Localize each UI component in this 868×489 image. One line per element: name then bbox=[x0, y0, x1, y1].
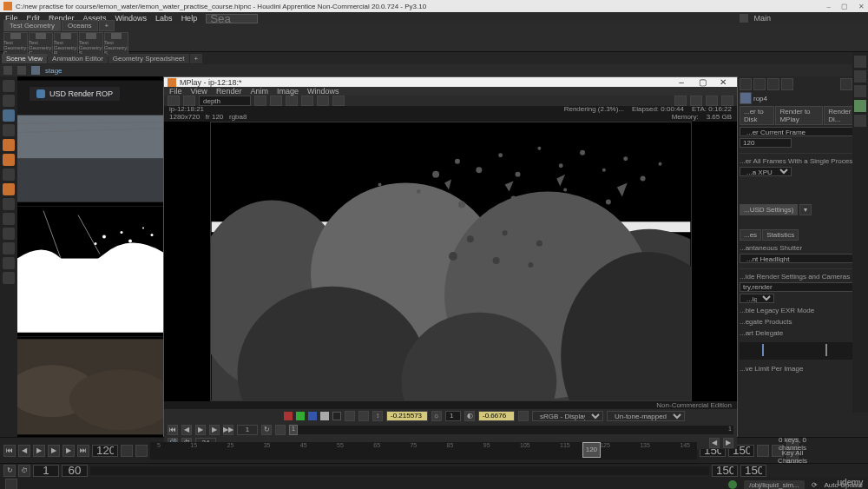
swatch-r-icon[interactable] bbox=[284, 412, 293, 420]
rtool-2-icon[interactable] bbox=[854, 70, 866, 83]
tl-prev-icon[interactable]: ◀ bbox=[18, 445, 30, 457]
path-text[interactable]: stage bbox=[45, 67, 62, 75]
bright-icon[interactable]: ☼ bbox=[431, 411, 442, 421]
shelf-tool-4[interactable]: Test Geometry: S... bbox=[104, 32, 128, 56]
rtool-5-icon[interactable] bbox=[854, 115, 866, 127]
contrast-icon[interactable]: ◐ bbox=[464, 411, 475, 421]
desktop-label[interactable]: Main bbox=[753, 14, 771, 23]
tl-key-icon[interactable] bbox=[121, 445, 133, 457]
parm-tool1-icon[interactable] bbox=[740, 78, 752, 90]
mplay-first-icon[interactable]: ⏮ bbox=[168, 425, 178, 435]
tool-scale-icon[interactable] bbox=[3, 124, 15, 136]
render-disk-button[interactable]: ...er to Disk bbox=[740, 106, 774, 125]
tl-realtime-icon[interactable]: ⏱ bbox=[18, 465, 30, 477]
tl-first-icon[interactable]: ⏮ bbox=[3, 445, 16, 457]
mplay-menu-image[interactable]: Image bbox=[277, 87, 299, 96]
tone-select[interactable]: Un-tone-mapped bbox=[607, 411, 685, 421]
tool-misc3-icon[interactable] bbox=[3, 257, 15, 269]
tl-track[interactable]: 5152535455565758595105115125135145 120 bbox=[150, 442, 697, 459]
tool-snap-icon[interactable] bbox=[3, 169, 15, 181]
mplay-maximize-button[interactable]: ▢ bbox=[692, 77, 713, 87]
swatch-b-icon[interactable] bbox=[308, 412, 317, 420]
reset-icon[interactable] bbox=[518, 411, 529, 421]
shelf-tool-0[interactable]: Test Geometry: C... bbox=[3, 32, 28, 56]
tl-keys-label[interactable]: 0 keys, 0 channels bbox=[786, 438, 799, 450]
colorspace-select[interactable]: sRGB - Display bbox=[532, 411, 603, 421]
quality-select[interactable]: ...igh bbox=[740, 294, 774, 303]
node-name[interactable]: rop4 bbox=[753, 95, 767, 102]
tool-move-icon[interactable] bbox=[3, 95, 15, 107]
parm-tool3-icon[interactable] bbox=[767, 78, 779, 90]
tool-misc2-icon[interactable] bbox=[3, 242, 15, 254]
tl-next-icon[interactable]: ▶ bbox=[62, 445, 75, 457]
node-label[interactable]: USD Render ROP bbox=[30, 87, 120, 101]
mplay-minimize-button[interactable]: – bbox=[671, 77, 692, 87]
mplay-prev-frame-icon[interactable]: ◀ bbox=[181, 425, 192, 435]
tool-render-icon[interactable] bbox=[3, 183, 15, 195]
shelf-search[interactable] bbox=[206, 14, 258, 23]
gamma-mid[interactable] bbox=[445, 411, 461, 421]
mplay-loop-icon[interactable]: ↻ bbox=[261, 425, 272, 435]
tool-rotate-icon[interactable] bbox=[3, 109, 15, 122]
tab-animation-editor[interactable]: Animation Editor bbox=[48, 54, 108, 63]
menu-help[interactable]: Help bbox=[181, 14, 198, 23]
shelf-tool-3[interactable]: Test Geometry: S... bbox=[79, 32, 103, 56]
render-mplay-button[interactable]: Render to MPlay bbox=[775, 106, 823, 125]
tl-last-icon[interactable]: ⏭ bbox=[77, 445, 89, 457]
mplay-titlebar[interactable]: MPlay - ip-12:18:* – ▢ ✕ bbox=[164, 77, 737, 87]
mplay-menu-render[interactable]: Render bbox=[216, 87, 242, 96]
frame-number-field[interactable] bbox=[740, 138, 792, 148]
back-icon[interactable] bbox=[17, 66, 26, 75]
tl-start-field[interactable] bbox=[33, 465, 59, 477]
settings-path-field[interactable] bbox=[740, 282, 866, 292]
parm-gear-icon[interactable] bbox=[840, 78, 852, 90]
tab-geo-spreadsheet[interactable]: Geometry Spreadsheet bbox=[108, 54, 189, 63]
swatch-g-icon[interactable] bbox=[296, 412, 305, 420]
tl-show-field[interactable] bbox=[62, 465, 88, 477]
subtab-es[interactable]: ...es bbox=[740, 229, 761, 241]
mplay-play-back-icon[interactable]: ▶ bbox=[195, 425, 206, 435]
cook-path[interactable]: /obj/liquid_sim... bbox=[744, 480, 804, 490]
update-icon[interactable]: ⟳ bbox=[812, 481, 818, 489]
tl-opt1-icon[interactable] bbox=[757, 445, 769, 457]
desktop-icon[interactable] bbox=[740, 14, 748, 23]
headlight-select[interactable]: ...nt Headlight bbox=[740, 254, 866, 263]
usd-settings-tab[interactable]: ...USD Settings) bbox=[740, 204, 798, 215]
tab-chevron-icon[interactable]: ▾ bbox=[799, 204, 812, 215]
tab-add[interactable]: + bbox=[190, 54, 203, 63]
tool-misc1-icon[interactable] bbox=[3, 228, 15, 240]
parm-tool4-icon[interactable] bbox=[781, 78, 793, 90]
tab-scene-view[interactable]: Scene View bbox=[2, 54, 47, 63]
rtool-1-icon[interactable] bbox=[854, 56, 866, 68]
mplay-home-icon[interactable] bbox=[286, 96, 298, 106]
tl-range-track[interactable] bbox=[90, 466, 709, 475]
tool-misc4-icon[interactable] bbox=[3, 272, 15, 284]
close-button[interactable]: ✕ bbox=[858, 3, 865, 10]
parm-tool2-icon[interactable] bbox=[753, 78, 766, 90]
maximize-button[interactable]: ▢ bbox=[841, 3, 848, 10]
mplay-info-icon[interactable] bbox=[332, 96, 345, 106]
tl-rend1[interactable] bbox=[712, 465, 738, 477]
tl-play-icon[interactable]: ▶ bbox=[48, 445, 60, 457]
mplay-scrub-bar[interactable]: 1 1 bbox=[289, 426, 733, 434]
viewport-mid[interactable] bbox=[17, 207, 163, 336]
tl-playhead[interactable]: 120 bbox=[582, 442, 601, 458]
tool-shade-icon[interactable] bbox=[3, 213, 15, 225]
tl-rend2[interactable] bbox=[740, 465, 766, 477]
gamma-field-2[interactable] bbox=[478, 411, 515, 421]
menu-labs[interactable]: Labs bbox=[155, 14, 173, 23]
viewport-bottom[interactable] bbox=[17, 337, 163, 437]
mplay-range-start-icon[interactable]: ◀ bbox=[709, 438, 720, 448]
tl-scope-icon[interactable] bbox=[135, 445, 148, 457]
tool-lights-icon[interactable] bbox=[3, 139, 15, 151]
mplay-play-icon[interactable]: ▶ bbox=[209, 425, 220, 435]
shelf-tool-1[interactable]: Test Geometry: C... bbox=[29, 32, 53, 56]
rtool-3-icon[interactable] bbox=[854, 85, 866, 97]
tl-keymode-select[interactable]: Key All Channels bbox=[786, 451, 799, 463]
engine-select[interactable]: ...a XPU bbox=[740, 167, 792, 176]
mplay-render-area[interactable] bbox=[164, 122, 737, 401]
mplay-next-icon[interactable] bbox=[270, 96, 282, 106]
mplay-channel-field[interactable] bbox=[199, 96, 251, 106]
lut-icon[interactable] bbox=[358, 411, 369, 421]
mplay-frame-field[interactable] bbox=[237, 425, 258, 435]
